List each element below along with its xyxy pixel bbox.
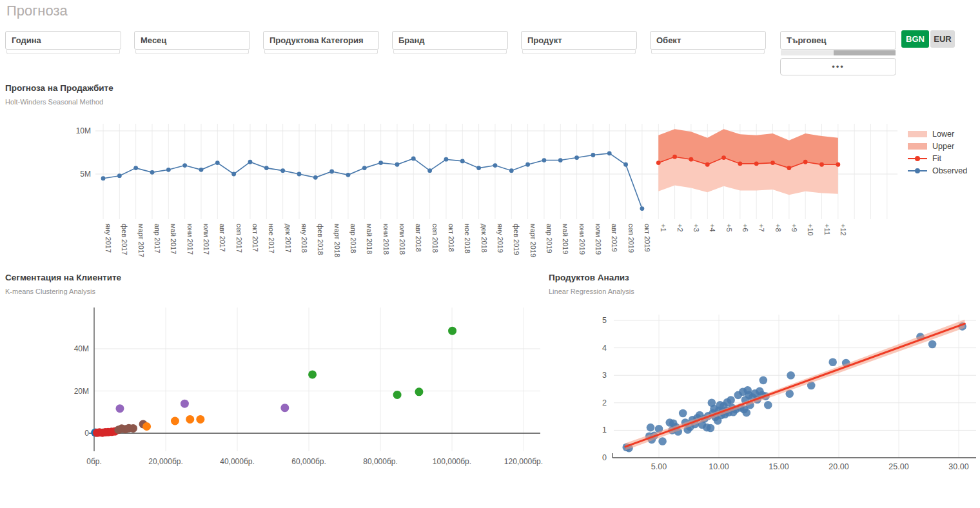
cluster-point xyxy=(186,415,194,424)
svg-text:авг 2017: авг 2017 xyxy=(219,224,226,252)
svg-text:+6: +6 xyxy=(741,224,749,232)
forecast-x-labels: яну 2017фев 2017март 2017апр 2017май 201… xyxy=(104,224,847,257)
forecast-chart-title: Прогноза на Продажбите xyxy=(5,83,113,93)
merchant-scrollbar-thumb[interactable] xyxy=(834,50,896,55)
filter-site[interactable]: Обект xyxy=(650,31,766,50)
svg-text:5: 5 xyxy=(602,316,607,325)
scatter-point xyxy=(828,358,837,366)
filter-list-sliver xyxy=(522,50,636,54)
legend-item-fit[interactable]: Fit xyxy=(908,152,967,164)
svg-text:+11: +11 xyxy=(823,224,831,235)
svg-text:40,000бр.: 40,000бр. xyxy=(220,457,255,466)
forecast-chart-subtitle: Holt-Winders Seasonal Method xyxy=(5,98,103,106)
filter-list-sliver xyxy=(6,50,120,54)
legend-item-lower[interactable]: Lower xyxy=(908,128,967,140)
svg-text:+10: +10 xyxy=(807,224,814,236)
svg-text:80,000бр.: 80,000бр. xyxy=(363,457,398,466)
legend-item-observed[interactable]: Observed xyxy=(908,164,967,177)
svg-text:+5: +5 xyxy=(725,224,733,232)
filter-merchant[interactable]: Търговец xyxy=(780,31,896,50)
legend-band-swatch xyxy=(908,131,927,137)
svg-text:яну 2018: яну 2018 xyxy=(300,224,308,253)
svg-text:юли 2019: юли 2019 xyxy=(594,224,602,255)
svg-text:апр 2018: апр 2018 xyxy=(349,224,357,253)
legend-dot xyxy=(915,168,920,173)
forecast-chart[interactable]: 10M5Mяну 2017фев 2017март 2017апр 2017ма… xyxy=(0,119,903,274)
svg-text:20.00: 20.00 xyxy=(828,462,848,471)
legend-item-upper[interactable]: Upper xyxy=(908,140,967,152)
svg-text:10M: 10M xyxy=(76,126,91,135)
filter-product[interactable]: Продукт xyxy=(521,31,637,50)
regression-line xyxy=(625,324,965,447)
cluster-point xyxy=(171,417,179,425)
kmeans-chart[interactable]: 020M40M0бр.20,000бр.40,000бр.60,000бр.80… xyxy=(0,297,545,477)
filter-list-sliver xyxy=(393,50,507,54)
kmeans-chart-subtitle: K-means Clustering Analysis xyxy=(5,288,95,295)
currency-bgn-button[interactable]: BGN xyxy=(901,30,929,48)
svg-text:2: 2 xyxy=(602,398,607,407)
svg-text:+1: +1 xyxy=(660,224,667,232)
svg-text:+2: +2 xyxy=(676,224,684,232)
svg-text:20,000бр.: 20,000бр. xyxy=(148,457,183,466)
svg-text:+8: +8 xyxy=(774,224,782,232)
svg-text:30.00: 30.00 xyxy=(948,462,968,471)
filter-list-sliver xyxy=(135,50,249,54)
svg-text:0: 0 xyxy=(602,453,607,462)
filter-brand[interactable]: Бранд xyxy=(392,31,508,50)
regression-chart-subtitle: Linear Regression Analysis xyxy=(549,288,634,295)
svg-text:март 2017: март 2017 xyxy=(137,224,145,257)
scatter-point xyxy=(764,401,772,409)
svg-text:фев 2018: фев 2018 xyxy=(317,224,324,255)
scatter-point xyxy=(679,409,687,418)
svg-text:апр 2019: апр 2019 xyxy=(545,224,553,253)
filter-product-category[interactable]: Продуктова Категория xyxy=(263,31,379,50)
filter-month[interactable]: Месец xyxy=(134,31,250,50)
filter-product-category-label: Продуктова Категория xyxy=(264,32,378,49)
cluster-point xyxy=(308,370,317,378)
legend-line-swatch xyxy=(908,158,927,159)
filter-product-label: Продукт xyxy=(522,32,636,49)
filter-year[interactable]: Година xyxy=(5,31,121,50)
svg-text:+12: +12 xyxy=(839,224,847,236)
merchant-scrollbar[interactable] xyxy=(781,50,896,55)
svg-text:яну 2017: яну 2017 xyxy=(104,224,112,253)
svg-text:+7: +7 xyxy=(758,224,765,232)
svg-text:15.00: 15.00 xyxy=(769,462,789,471)
legend-label: Observed xyxy=(932,166,967,175)
svg-text:авг 2018: авг 2018 xyxy=(415,224,422,252)
svg-text:100,000бр.: 100,000бр. xyxy=(433,457,471,466)
scatter-point xyxy=(658,437,667,445)
currency-eur-button[interactable]: EUR xyxy=(930,30,955,48)
svg-text:0: 0 xyxy=(84,429,89,438)
scatter-point xyxy=(928,340,937,349)
svg-text:юни 2017: юни 2017 xyxy=(186,224,194,255)
svg-text:март 2018: март 2018 xyxy=(333,224,341,257)
cluster-point xyxy=(448,327,456,335)
svg-text:май 2019: май 2019 xyxy=(562,224,569,254)
svg-text:+3: +3 xyxy=(692,224,700,232)
svg-text:3: 3 xyxy=(602,371,607,380)
svg-text:сеп 2018: сеп 2018 xyxy=(431,224,439,253)
svg-text:40M: 40M xyxy=(74,344,89,353)
svg-text:1: 1 xyxy=(602,425,607,435)
svg-text:4: 4 xyxy=(602,344,607,353)
cluster-point xyxy=(196,415,204,424)
svg-text:сеп 2019: сеп 2019 xyxy=(627,224,635,253)
svg-text:120,000бр.: 120,000бр. xyxy=(504,457,543,466)
svg-text:+4: +4 xyxy=(709,224,716,232)
svg-text:яну 2019: яну 2019 xyxy=(496,224,504,253)
svg-text:сеп 2017: сеп 2017 xyxy=(235,224,243,253)
legend-label: Lower xyxy=(932,130,954,139)
svg-text:март 2019: март 2019 xyxy=(529,224,537,257)
filter-year-label: Година xyxy=(6,32,121,49)
regression-chart[interactable]: 0123455.0010.0015.0020.0025.0030.00 xyxy=(545,297,980,484)
more-options-button[interactable]: ••• xyxy=(780,58,896,75)
filter-merchant-label: Търговец xyxy=(781,32,896,49)
legend-label: Upper xyxy=(932,142,954,151)
svg-text:юни 2018: юни 2018 xyxy=(382,224,390,255)
svg-text:авг 2019: авг 2019 xyxy=(611,224,618,252)
cluster-point xyxy=(280,404,289,412)
filter-month-label: Месец xyxy=(135,32,250,49)
filter-list-sliver xyxy=(264,50,378,54)
svg-text:5M: 5M xyxy=(80,170,91,179)
